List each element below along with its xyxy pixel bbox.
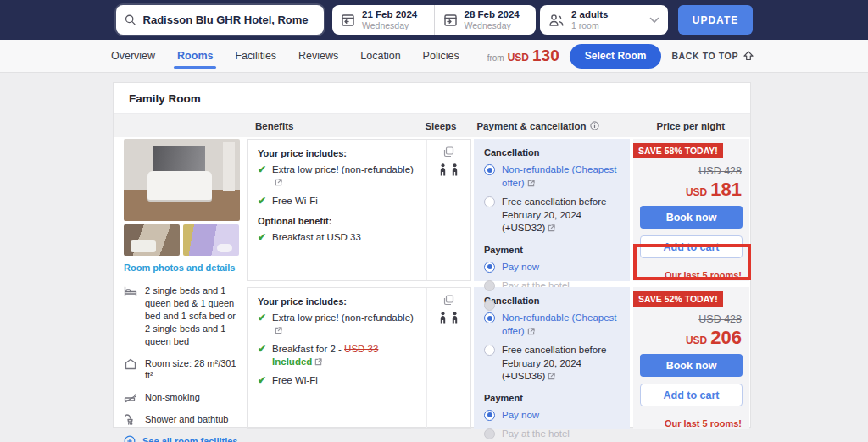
external-link-icon bbox=[314, 358, 322, 366]
search-input[interactable] bbox=[143, 14, 315, 26]
add-to-cart-button[interactable]: Add to cart bbox=[640, 235, 743, 258]
offer1-payment-cancellation: Cancellation Non-refundable (Cheapest of… bbox=[474, 139, 630, 281]
info-icon[interactable] bbox=[590, 121, 599, 130]
current-price: USD181 bbox=[633, 179, 742, 201]
benefits-column-header: Benefits bbox=[255, 121, 293, 131]
save-badge: SAVE 58% TODAY! bbox=[633, 143, 723, 158]
cancellation-title: Cancellation bbox=[484, 147, 621, 157]
payment-option-pay-now[interactable]: Pay now bbox=[484, 261, 621, 274]
person-icon bbox=[438, 312, 448, 324]
price-currency: USD bbox=[686, 334, 707, 346]
payment-option-pay-at-hotel: Pay at the hotel bbox=[484, 428, 621, 441]
facility-beds-text: 2 single beds and 1 queen bed & 1 queen … bbox=[145, 285, 240, 347]
see-all-label: See all room facilities bbox=[142, 436, 238, 442]
back-to-top-button[interactable]: BACK TO TOP bbox=[671, 50, 754, 62]
family-room-card: Family Room Benefits Sleeps Payment & ca… bbox=[113, 82, 751, 428]
benefit-item: ✔ Breakfast at USD 33 bbox=[258, 231, 420, 244]
includes-title: Your price includes: bbox=[258, 148, 420, 158]
chevron-down-icon bbox=[649, 17, 659, 24]
guests-icon bbox=[548, 14, 565, 27]
date-range-picker: 21 Feb 2024 Wednesday 28 Feb 2024 Wednes… bbox=[332, 5, 536, 35]
check-icon: ✔ bbox=[258, 163, 266, 175]
guests-count: 2 adults bbox=[571, 9, 643, 20]
checkin-date-field[interactable]: 21 Feb 2024 Wednesday bbox=[332, 5, 434, 35]
cancellation-option-free-cancel[interactable]: Free cancellation before February 20, 20… bbox=[484, 196, 621, 235]
section-tabs: Overview Rooms Facilities Reviews Locati… bbox=[111, 40, 459, 72]
tab-facilities[interactable]: Facilities bbox=[235, 40, 276, 72]
checkout-date: 28 Feb 2024 bbox=[465, 9, 520, 20]
external-link-icon bbox=[527, 180, 535, 187]
option-label: Non-refundable (Cheapest offer) bbox=[502, 312, 617, 336]
option-label: Pay now bbox=[502, 261, 539, 274]
external-link-icon bbox=[548, 224, 555, 232]
tab-overview[interactable]: Overview bbox=[111, 40, 155, 72]
benefit-item: ✔ Extra low price! (non-refundable) bbox=[258, 163, 420, 189]
offer1-sleeps bbox=[426, 140, 470, 280]
price-amount: 181 bbox=[710, 179, 742, 200]
room-photo-main[interactable] bbox=[124, 139, 240, 221]
benefit-strike-price: USD 33 bbox=[344, 344, 378, 354]
add-to-cart-button[interactable]: Add to cart bbox=[640, 384, 743, 406]
book-now-button[interactable]: Book now bbox=[640, 206, 743, 229]
radio-disabled bbox=[484, 300, 495, 311]
cancellation-option-nonrefundable[interactable]: Non-refundable (Cheapest offer) bbox=[484, 312, 621, 338]
see-all-room-facilities-link[interactable]: See all room facilities bbox=[124, 435, 240, 442]
offer1-price: SAVE 58% TODAY! USD 428 USD181 Book now … bbox=[633, 139, 749, 281]
option-label: Pay now bbox=[502, 409, 539, 423]
guests-rooms-selector[interactable]: 2 adults 1 room bbox=[540, 5, 668, 35]
room-photo-thumb-2[interactable] bbox=[183, 224, 239, 256]
radio-disabled bbox=[484, 280, 495, 291]
person-icon bbox=[450, 163, 459, 176]
book-now-button[interactable]: Book now bbox=[640, 354, 743, 377]
radio-selected[interactable] bbox=[484, 262, 495, 273]
room-photos-details-link[interactable]: Room photos and details bbox=[124, 262, 240, 273]
destination-search-field[interactable] bbox=[116, 5, 324, 35]
cancellation-option-free-cancel[interactable]: Free cancellation before February 20, 20… bbox=[484, 344, 621, 384]
tab-policies[interactable]: Policies bbox=[423, 40, 459, 72]
occupancy-icon bbox=[443, 295, 454, 306]
tab-reviews[interactable]: Reviews bbox=[298, 40, 338, 72]
radio-selected[interactable] bbox=[484, 410, 495, 421]
check-icon: ✔ bbox=[258, 374, 266, 386]
radio-selected[interactable] bbox=[484, 312, 495, 323]
price-amount: 206 bbox=[710, 327, 742, 348]
check-icon: ✔ bbox=[258, 343, 266, 355]
payment-option-pay-now[interactable]: Pay now bbox=[484, 409, 621, 423]
room-size-icon bbox=[124, 358, 137, 370]
option-label: Pay at the hotel bbox=[502, 428, 570, 441]
checkin-day: Wednesday bbox=[362, 20, 417, 30]
offer-row-2: Your price includes: ✔ Extra low price! … bbox=[247, 287, 750, 429]
search-topbar: 21 Feb 2024 Wednesday 28 Feb 2024 Wednes… bbox=[0, 0, 868, 40]
adult-occupancy-icons bbox=[427, 163, 470, 176]
checkout-date-field[interactable]: 28 Feb 2024 Wednesday bbox=[434, 5, 537, 35]
save-badge: SAVE 52% TODAY! bbox=[633, 291, 723, 307]
hotel-section-navbar: Overview Rooms Facilities Reviews Locati… bbox=[0, 40, 868, 73]
offer2-sleeps bbox=[426, 288, 470, 428]
column-headers: Benefits Sleeps Payment & cancellation P… bbox=[114, 114, 750, 137]
select-room-button[interactable]: Select Room bbox=[570, 44, 662, 69]
current-price: USD206 bbox=[633, 327, 742, 349]
benefit-text: Breakfast at USD 33 bbox=[272, 231, 361, 244]
cancellation-option-nonrefundable[interactable]: Non-refundable (Cheapest offer) bbox=[484, 163, 621, 190]
benefit-item: ✔ Free Wi-Fi bbox=[258, 374, 420, 387]
tab-rooms[interactable]: Rooms bbox=[177, 40, 213, 72]
person-icon bbox=[450, 312, 459, 324]
plus-circle-icon bbox=[124, 435, 136, 442]
payment-title: Payment bbox=[484, 245, 621, 255]
benefit-text: Free Wi-Fi bbox=[272, 374, 318, 387]
tab-location[interactable]: Location bbox=[360, 40, 400, 72]
room-photo-thumb-1[interactable] bbox=[124, 224, 180, 256]
arrow-up-icon bbox=[743, 50, 754, 62]
old-price: USD 428 bbox=[633, 165, 742, 177]
benefit-item: ✔ Free Wi-Fi bbox=[258, 195, 420, 207]
bed-icon bbox=[124, 285, 137, 297]
radio-unselected[interactable] bbox=[484, 196, 495, 207]
offer2-price: SAVE 52% TODAY! USD 428 USD206 Book now … bbox=[633, 287, 749, 429]
option-label: Non-refundable (Cheapest offer) bbox=[502, 164, 617, 188]
radio-selected[interactable] bbox=[484, 164, 495, 175]
benefit-item: ✔ Extra low price! (non-refundable) bbox=[258, 312, 420, 337]
update-button[interactable]: UPDATE bbox=[678, 5, 753, 35]
shower-icon bbox=[124, 414, 137, 426]
radio-unselected[interactable] bbox=[484, 345, 495, 356]
check-icon: ✔ bbox=[258, 195, 266, 207]
